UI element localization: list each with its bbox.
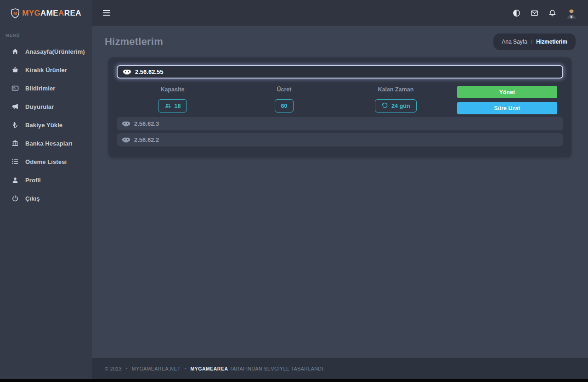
kalan-zaman-value: 24 gün <box>391 103 410 109</box>
sidebar-item-label: Bildirimler <box>25 85 55 92</box>
footer-bullet: • <box>126 366 128 371</box>
brand-wordmark: MYGAMEAREA <box>22 9 81 18</box>
extend-button[interactable]: Süre Uzat <box>457 102 557 114</box>
gamepad-icon <box>123 69 131 75</box>
sidebar-item-label: Banka Hesapları <box>25 140 73 147</box>
sidebar-item-cikis[interactable]: Çıkış <box>0 189 92 208</box>
sidebar-item-banka-hesaplari[interactable]: Banka Hesapları <box>0 134 92 152</box>
hamburger-menu-icon[interactable] <box>103 10 110 16</box>
kalan-zaman-badge: 24 gün <box>375 99 416 112</box>
breadcrumb: Ana Sayfa / Hizmetlerim <box>493 34 576 50</box>
list-icon <box>11 158 19 166</box>
kapasite-value: 18 <box>175 103 181 109</box>
ucret-badge: 60 <box>275 99 294 112</box>
shield-logo-icon: M <box>11 8 20 18</box>
brand-logo[interactable]: M MYGAMEAREA <box>0 0 92 27</box>
footer-brand: MYGAMEAREA <box>191 366 228 371</box>
footer: © 2023 • MYGAMEAREA.NET • MYGAMEAREA TAR… <box>92 358 588 379</box>
brand-seg-2: AME <box>40 9 58 17</box>
brand-seg-4: REA <box>64 9 81 17</box>
bank-icon <box>11 140 19 147</box>
gamepad-icon <box>122 137 130 143</box>
sidebar-item-label: Anasayfa(Ürünlerim) <box>25 48 85 55</box>
service-row-header-collapsed[interactable]: 2.56.62.2 <box>117 133 563 146</box>
ticket-icon <box>11 84 19 92</box>
stat-kapasite: Kapasite 18 <box>117 82 228 114</box>
sidebar-item-label: Duyurular <box>25 103 54 110</box>
sidebar-nav: Anasayfa(Ürünlerim) Kiralık Ürünler Bild… <box>0 42 92 208</box>
topbar <box>92 0 588 26</box>
footer-site-link[interactable]: MYGAMEAREA.NET <box>132 366 181 371</box>
service-name: 2.56.62.2 <box>134 136 159 143</box>
sidebar-item-bildirimler[interactable]: Bildirimler <box>0 79 92 97</box>
sidebar-item-label: Profil <box>25 177 41 184</box>
main-column: Hizmetlerim Ana Sayfa / Hizmetlerim 2.56… <box>92 0 588 379</box>
sidebar-item-odeme-listesi[interactable]: Ödeme Listesi <box>0 152 92 171</box>
menu-section-label: MENÜ <box>0 27 92 39</box>
mail-icon[interactable] <box>530 9 538 17</box>
basket-icon <box>11 66 19 74</box>
sidebar-item-profil[interactable]: Profil <box>0 171 92 189</box>
footer-tagline: MYGAMEAREA TARAFINDAN SEVGİYLE TASARLAND… <box>191 366 325 371</box>
stat-label: Kapasite <box>160 86 184 93</box>
theme-contrast-icon[interactable] <box>512 9 520 17</box>
ucret-value: 60 <box>281 103 288 109</box>
service-row-header-collapsed[interactable]: 2.56.62.3 <box>117 117 563 130</box>
service-actions: Yönet Süre Uzat <box>452 82 563 114</box>
sidebar: M MYGAMEAREA MENÜ Anasayfa(Ürünlerim) Ki… <box>0 0 92 379</box>
service-row-header-expanded[interactable]: 2.56.62.55 <box>117 65 563 79</box>
breadcrumb-current: Hizmetlerim <box>536 39 567 45</box>
sidebar-item-label: Kiralık Ürünler <box>25 67 67 73</box>
history-icon <box>381 102 388 109</box>
stat-ucret: Ücret 60 <box>228 82 340 114</box>
stat-label: Kalan Zaman <box>378 86 414 93</box>
footer-tagline-text: TARAFINDAN SEVGİYLE TASARLANDI. <box>230 366 325 371</box>
users-icon <box>164 102 171 109</box>
sidebar-item-anasayfa[interactable]: Anasayfa(Ürünlerim) <box>0 42 92 61</box>
sidebar-item-label: Bakiye Yükle <box>25 122 62 129</box>
home-icon <box>11 48 19 56</box>
manage-button[interactable]: Yönet <box>457 86 557 98</box>
brand-seg-1: MYG <box>22 9 40 17</box>
bell-icon[interactable] <box>548 9 556 17</box>
stat-kalan-zaman: Kalan Zaman 24 gün <box>340 82 452 114</box>
shield-monogram: M <box>13 11 17 16</box>
content-area: Hizmetlerim Ana Sayfa / Hizmetlerim 2.56… <box>92 26 588 358</box>
megaphone-icon <box>11 103 19 111</box>
footer-bullet: • <box>185 366 187 371</box>
sidebar-item-label: Ödeme Listesi <box>25 158 67 165</box>
service-name: 2.56.62.55 <box>135 68 163 75</box>
kapasite-badge: 18 <box>158 99 187 112</box>
service-name: 2.56.62.3 <box>134 120 159 127</box>
breadcrumb-separator: / <box>531 39 532 45</box>
footer-copyright: © 2023 <box>105 366 122 371</box>
sidebar-item-kiralik-urunler[interactable]: Kiralık Ürünler <box>0 61 92 79</box>
sidebar-item-label: Çıkış <box>25 195 40 202</box>
services-card: 2.56.62.55 Kapasite 18 Ücret 60 <box>108 57 571 157</box>
service-detail: Kapasite 18 Ücret 60 Kalan Zaman <box>117 79 563 114</box>
app-window: M MYGAMEAREA MENÜ Anasayfa(Ürünlerim) Ki… <box>0 0 588 379</box>
page-title: Hizmetlerim <box>105 36 163 48</box>
gamepad-icon <box>122 121 130 127</box>
brand-seg-3: A <box>58 9 64 17</box>
user-icon <box>11 176 19 184</box>
page-header: Hizmetlerim Ana Sayfa / Hizmetlerim <box>105 34 576 50</box>
user-avatar[interactable] <box>566 7 577 19</box>
stat-label: Ücret <box>277 86 292 93</box>
topbar-actions <box>512 7 577 19</box>
sidebar-item-duyurular[interactable]: Duyurular <box>0 97 92 116</box>
breadcrumb-home-link[interactable]: Ana Sayfa <box>502 39 527 45</box>
lira-icon <box>11 121 19 129</box>
sidebar-item-bakiye-yukle[interactable]: Bakiye Yükle <box>0 116 92 134</box>
window-bottom-edge <box>0 379 588 382</box>
power-icon <box>11 195 19 202</box>
